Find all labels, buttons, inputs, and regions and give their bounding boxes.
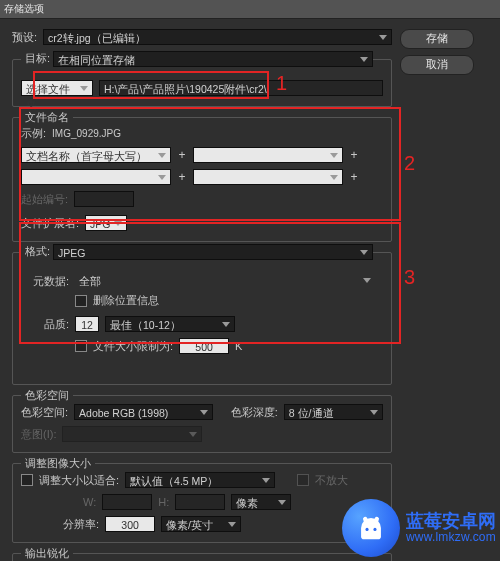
- target-fieldset: 目标: 在相同位置存储 选择文件夹 ... H:\产品\产品照片\190425附…: [12, 59, 392, 107]
- resize-fit-select[interactable]: 默认值（4.5 MP）: [125, 472, 275, 488]
- ext-label: 文件扩展名:: [21, 216, 79, 231]
- example-label: 示例:: [21, 126, 46, 141]
- resolution-unit-select[interactable]: 像素/英寸: [161, 516, 241, 532]
- naming-legend: 文件命名: [21, 110, 73, 125]
- colorspace-fieldset: 色彩空间 色彩空间: Adobe RGB (1998) 色彩深度: 8 位/通道…: [12, 395, 392, 453]
- plus-icon: +: [349, 148, 359, 162]
- limit-size-input[interactable]: 500: [179, 338, 229, 354]
- intent-select: [62, 426, 202, 442]
- limit-size-label: 文件大小限制为:: [93, 339, 173, 354]
- no-enlarge-label: 不放大: [315, 473, 348, 488]
- resize-legend: 调整图像大小: [21, 456, 95, 471]
- ext-select[interactable]: JPG: [85, 215, 127, 231]
- limit-size-unit: K: [235, 340, 242, 352]
- naming-part1-select[interactable]: 文档名称（首字母大写）: [21, 147, 171, 163]
- resize-unit-select[interactable]: 像素: [231, 494, 291, 510]
- remove-location-label: 删除位置信息: [93, 293, 159, 308]
- sharpen-fieldset: 输出锐化 锐化: 滤色 数量: 标准: [12, 553, 392, 561]
- no-enlarge-checkbox: [297, 474, 309, 486]
- resize-h-input: [175, 494, 225, 510]
- format-fieldset: 格式: JPEG 元数据: 全部 删除位置信息 品质:: [12, 252, 392, 385]
- intent-label: 意图(I):: [21, 427, 56, 442]
- save-options-dialog: 存储选项 预设: cr2转.jpg（已编辑） 目标: 在相同位置存储: [0, 0, 500, 561]
- resolution-label: 分辨率:: [63, 517, 99, 532]
- window-title: 存储选项: [0, 0, 500, 19]
- naming-part3-select[interactable]: [21, 169, 171, 185]
- choose-folder-button[interactable]: 选择文件夹 ...: [21, 80, 93, 96]
- colorspace-legend: 色彩空间: [21, 388, 73, 403]
- resolution-input[interactable]: 300: [105, 516, 155, 532]
- colordepth-label: 色彩深度:: [231, 405, 278, 420]
- meta-select[interactable]: 全部: [75, 273, 375, 289]
- save-button[interactable]: 存储: [400, 29, 474, 49]
- start-num-input[interactable]: [74, 191, 134, 207]
- cancel-button[interactable]: 取消: [400, 55, 474, 75]
- quality-number-input[interactable]: 12: [75, 316, 99, 332]
- colorspace-label: 色彩空间:: [21, 405, 68, 420]
- resize-w-label: W:: [83, 496, 96, 508]
- meta-label: 元数据:: [21, 274, 69, 289]
- naming-part2-select[interactable]: [193, 147, 343, 163]
- format-select[interactable]: JPEG: [53, 244, 373, 260]
- resize-fit-label: 调整大小以适合:: [39, 473, 119, 488]
- resize-h-label: H:: [158, 496, 169, 508]
- quality-preset-select[interactable]: 最佳（10-12）: [105, 316, 235, 332]
- plus-icon: +: [177, 148, 187, 162]
- remove-location-checkbox[interactable]: [75, 295, 87, 307]
- target-path-input[interactable]: H:\产品\产品照片\190425附件\cr2\: [99, 80, 383, 96]
- naming-fieldset: 文件命名 示例: IMG_0929.JPG 文档名称（首字母大写） + + +: [12, 117, 392, 242]
- preset-select[interactable]: cr2转.jpg（已编辑）: [43, 29, 392, 45]
- resize-fit-checkbox[interactable]: [21, 474, 33, 486]
- preset-label: 预设:: [12, 30, 37, 45]
- format-legend: 格式:: [25, 244, 50, 259]
- sharpen-legend: 输出锐化: [21, 546, 73, 561]
- quality-label: 品质:: [21, 317, 69, 332]
- resize-fieldset: 调整图像大小 调整大小以适合: 默认值（4.5 MP） 不放大 W: H:: [12, 463, 392, 543]
- start-num-label: 起始编号:: [21, 192, 68, 207]
- plus-icon: +: [349, 170, 359, 184]
- colordepth-select[interactable]: 8 位/通道: [284, 404, 383, 420]
- plus-icon: +: [177, 170, 187, 184]
- target-mode-select[interactable]: 在相同位置存储: [53, 51, 373, 67]
- target-legend: 目标:: [25, 51, 50, 66]
- colorspace-select[interactable]: Adobe RGB (1998): [74, 404, 213, 420]
- limit-size-checkbox[interactable]: [75, 340, 87, 352]
- example-value: IMG_0929.JPG: [52, 128, 121, 139]
- naming-part4-select[interactable]: [193, 169, 343, 185]
- resize-w-input: [102, 494, 152, 510]
